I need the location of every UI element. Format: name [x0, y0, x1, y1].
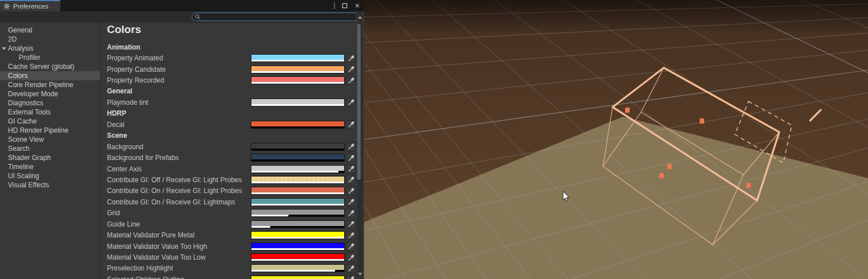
sidebar-list: General2DAnalysisProfilerCache Server (g… [0, 23, 100, 279]
sidebar-item-label: Diagnostics [8, 99, 43, 107]
eyedropper-button[interactable] [346, 54, 356, 63]
scroll-down-arrow-icon[interactable] [358, 273, 362, 276]
eyedropper-button[interactable] [346, 175, 356, 184]
eyedropper-button[interactable] [346, 275, 356, 279]
sidebar-item-ui-scaling[interactable]: UI Scaling [0, 171, 100, 180]
color-row: Background [101, 141, 356, 152]
eyedropper-button[interactable] [346, 65, 356, 74]
color-row: Background for Prefabs [101, 152, 356, 163]
sidebar-item-diagnostics[interactable]: Diagnostics [0, 99, 100, 108]
eyedropper-icon [348, 165, 355, 173]
color-swatch[interactable] [251, 198, 345, 206]
search-icon [195, 14, 201, 20]
horizon-fade [364, 0, 868, 33]
eyedropper-button[interactable] [346, 186, 356, 195]
eyedropper-button[interactable] [346, 120, 356, 129]
eyedropper-button[interactable] [346, 198, 356, 207]
eyedropper-button[interactable] [346, 253, 356, 262]
color-row: Material Validator Value Too High [101, 241, 356, 252]
eyedropper-icon [348, 254, 355, 261]
color-row: Preselection Highlight [101, 263, 356, 274]
color-swatch[interactable] [251, 154, 345, 162]
eyedropper-button[interactable] [346, 220, 356, 229]
search-field[interactable] [192, 13, 362, 21]
color-row: Center Axis [101, 163, 356, 174]
color-label: Contribute GI: Off / Receive GI: Light P… [107, 176, 251, 184]
scene-view[interactable] [364, 0, 868, 279]
eyedropper-button[interactable] [346, 76, 356, 85]
sidebar-item-profiler[interactable]: Profiler [0, 53, 100, 62]
scrollbar-thumb[interactable] [357, 24, 361, 180]
expander-triangle-icon[interactable] [2, 47, 6, 50]
sidebar-item-general[interactable]: General [0, 26, 100, 35]
sidebar-item-timeline[interactable]: Timeline [0, 162, 100, 171]
color-swatch[interactable] [251, 99, 345, 106]
color-swatch[interactable] [251, 253, 345, 261]
sidebar-item-label: Scene View [8, 136, 44, 143]
color-swatch[interactable] [251, 76, 345, 84]
scroll-up-arrow-icon[interactable] [358, 16, 362, 19]
sidebar-item-colors[interactable]: Colors [0, 71, 100, 80]
sidebar-item-hd-render-pipeline[interactable]: HD Render Pipeline [0, 126, 100, 135]
eyedropper-button[interactable] [346, 153, 356, 162]
eyedropper-button[interactable] [346, 142, 356, 151]
section-header: Animation [101, 42, 356, 52]
window-menu-kebab-icon[interactable] [333, 2, 336, 10]
eyedropper-icon [348, 220, 355, 228]
sidebar-item-search[interactable]: Search [0, 144, 100, 153]
eyedropper-button[interactable] [346, 231, 356, 240]
sidebar-item-2d[interactable]: 2D [0, 35, 100, 44]
color-swatch[interactable] [251, 54, 345, 62]
color-swatch[interactable] [251, 264, 345, 272]
color-row: Playmode tint [101, 97, 356, 108]
eyedropper-button[interactable] [346, 98, 356, 107]
sidebar-item-scene-view[interactable]: Scene View [0, 135, 100, 144]
color-swatch[interactable] [251, 165, 345, 173]
color-swatch[interactable] [251, 187, 345, 195]
preferences-tab[interactable]: Preferences [0, 0, 60, 11]
color-swatch[interactable] [251, 209, 345, 217]
sidebar-item-external-tools[interactable]: External Tools [0, 108, 100, 117]
color-swatch[interactable] [251, 243, 345, 251]
sidebar-item-label: Colors [8, 72, 28, 80]
color-swatch[interactable] [251, 65, 345, 73]
search-input[interactable] [202, 14, 362, 20]
color-swatch[interactable] [251, 176, 345, 184]
eyedropper-button[interactable] [346, 165, 356, 174]
sidebar-item-label: Developer Mode [8, 90, 58, 98]
color-swatch[interactable] [251, 121, 345, 129]
color-label: Contribute GI: On / Receive GI: Lightmap… [107, 198, 251, 206]
eyedropper-button[interactable] [346, 264, 356, 273]
eyedropper-icon [348, 187, 355, 195]
eyedropper-icon [348, 176, 355, 183]
maximize-button[interactable] [341, 1, 349, 10]
search-toolbar [0, 11, 364, 23]
eyedropper-button[interactable] [346, 208, 356, 218]
sidebar-item-analysis[interactable]: Analysis [0, 44, 100, 53]
sidebar-item-shader-graph[interactable]: Shader Graph [0, 153, 100, 162]
color-label: Property Candidate [107, 65, 251, 73]
eyedropper-icon [348, 232, 355, 239]
color-swatch[interactable] [251, 220, 345, 228]
sidebar-item-label: Timeline [8, 163, 34, 171]
close-button[interactable]: × [353, 1, 361, 10]
color-row: Contribute GI: On / Receive GI: Light Pr… [101, 186, 356, 196]
sidebar-item-label: Shader Graph [8, 154, 51, 162]
page-title: Colors [107, 23, 141, 36]
sidebar-item-label: Search [8, 145, 30, 153]
color-row: Material Validator Pure Metal [101, 229, 356, 240]
eyedropper-icon [348, 121, 355, 128]
sidebar-item-visual-effects[interactable]: Visual Effects [0, 180, 100, 190]
eyedropper-button[interactable] [346, 242, 356, 251]
sidebar-item-label: General [8, 26, 32, 34]
color-swatch[interactable] [251, 276, 345, 279]
color-swatch[interactable] [251, 143, 345, 151]
color-swatch[interactable] [251, 231, 345, 239]
vertical-scrollbar[interactable] [356, 11, 364, 279]
sidebar-item-label: Analysis [8, 44, 34, 52]
sidebar-item-cache-server-global-[interactable]: Cache Server (global) [0, 62, 100, 71]
sidebar-item-gi-cache[interactable]: GI Cache [0, 117, 100, 126]
sidebar-item-developer-mode[interactable]: Developer Mode [0, 89, 100, 99]
maximize-icon [342, 3, 348, 9]
sidebar-item-core-render-pipeline[interactable]: Core Render Pipeline [0, 80, 100, 89]
